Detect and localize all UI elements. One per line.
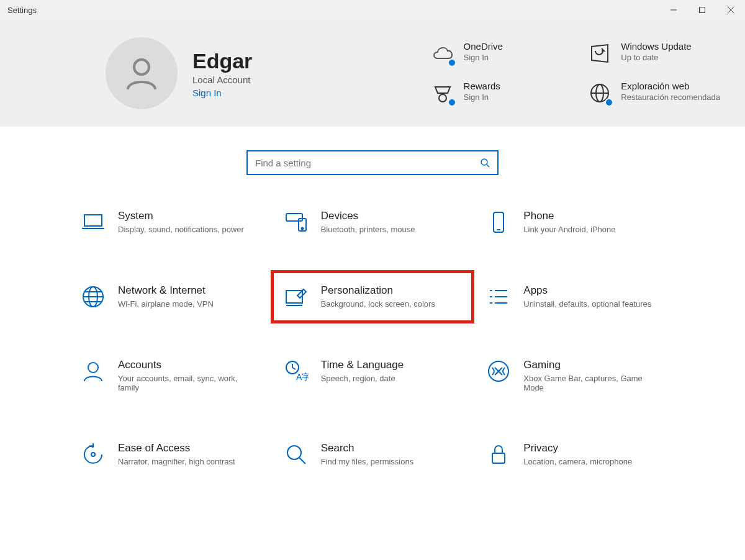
window-controls	[659, 0, 745, 20]
cat-title: System	[118, 210, 244, 222]
cat-desc: Narrator, magnifier, high contrast	[118, 457, 235, 466]
status-grid: OneDrive Sign In Windows Update Up to da…	[430, 41, 720, 106]
user-block: Edgar Local Account Sign In	[192, 49, 329, 98]
phone-icon	[486, 210, 511, 235]
account-header: Edgar Local Account Sign In OneDrive Sig…	[0, 20, 745, 127]
status-sub: Up to date	[621, 53, 691, 62]
cat-desc: Xbox Game Bar, captures, Game Mode	[523, 374, 654, 392]
cat-title: Network & Internet	[118, 284, 214, 297]
svg-point-31	[88, 363, 98, 373]
category-ease-of-access[interactable]: Ease of Access Narrator, magnifier, high…	[74, 435, 265, 474]
category-system[interactable]: System Display, sound, notifications, po…	[74, 202, 265, 242]
search-box[interactable]	[246, 150, 499, 175]
cat-desc: Wi-Fi, airplane mode, VPN	[118, 299, 214, 309]
cat-title: Gaming	[523, 359, 654, 371]
category-phone[interactable]: Phone Link your Android, iPhone	[480, 202, 670, 242]
cat-title: Apps	[523, 284, 651, 297]
svg-point-37	[91, 453, 95, 456]
category-personalization[interactable]: Personalization Background, lock screen,…	[278, 277, 468, 317]
status-title: OneDrive	[464, 41, 503, 52]
accounts-icon	[81, 359, 106, 384]
avatar[interactable]	[106, 37, 178, 109]
svg-point-9	[481, 159, 487, 165]
window-title: Settings	[7, 6, 37, 15]
cat-title: Phone	[523, 210, 615, 222]
cat-desc: Uninstall, defaults, optional features	[523, 299, 651, 309]
status-rewards[interactable]: Rewards Sign In	[430, 81, 563, 106]
search-area	[0, 127, 745, 196]
globe-icon	[81, 284, 106, 309]
svg-rect-11	[84, 215, 102, 226]
devices-icon	[284, 210, 309, 235]
laptop-icon	[81, 210, 106, 235]
svg-rect-13	[286, 214, 302, 221]
close-icon	[727, 6, 734, 14]
category-search[interactable]: Search Find my files, permissions	[278, 435, 468, 474]
status-title: Rewards	[464, 81, 500, 91]
cat-title: Ease of Access	[118, 442, 235, 454]
user-subtitle: Local Account	[192, 75, 329, 85]
cat-title: Search	[321, 442, 414, 454]
status-title: Windows Update	[621, 41, 691, 52]
apps-icon	[486, 284, 511, 309]
category-privacy[interactable]: Privacy Location, camera, microphone	[480, 435, 670, 474]
svg-line-34	[292, 368, 296, 369]
minimize-icon	[670, 6, 677, 14]
categories-grid: System Display, sound, notifications, po…	[0, 196, 745, 493]
svg-line-10	[487, 165, 489, 167]
rewards-icon	[430, 81, 455, 106]
cat-title: Personalization	[321, 284, 435, 297]
category-time-language[interactable]: A字 Time & Language Speech, region, date	[278, 351, 468, 400]
cat-title: Accounts	[118, 359, 248, 371]
update-icon	[587, 41, 612, 66]
search-icon	[480, 158, 490, 168]
search-input[interactable]	[255, 158, 480, 168]
cloud-icon	[430, 41, 455, 66]
cat-desc: Link your Android, iPhone	[523, 225, 615, 234]
cat-desc: Your accounts, email, sync, work, family	[118, 374, 248, 392]
category-network[interactable]: Network & Internet Wi-Fi, airplane mode,…	[74, 277, 265, 317]
cat-desc: Find my files, permissions	[321, 457, 414, 466]
status-title: Exploración web	[621, 81, 720, 91]
status-windows-update[interactable]: Windows Update Up to date	[587, 41, 720, 66]
status-web-browsing[interactable]: Exploración web Restauración recomendada	[587, 81, 720, 106]
globe-icon	[587, 81, 612, 106]
sign-in-link[interactable]: Sign In	[192, 88, 329, 98]
lock-icon	[486, 442, 511, 467]
svg-point-38	[287, 446, 301, 459]
minimize-button[interactable]	[659, 0, 688, 20]
cat-desc: Display, sound, notifications, power	[118, 225, 244, 234]
svg-point-5	[439, 94, 446, 102]
category-apps[interactable]: Apps Uninstall, defaults, optional featu…	[480, 277, 670, 317]
svg-text:A字: A字	[296, 372, 309, 382]
time-language-icon: A字	[284, 359, 309, 384]
svg-rect-1	[700, 7, 705, 13]
maximize-button[interactable]	[688, 0, 716, 20]
svg-point-4	[134, 60, 149, 75]
cat-title: Privacy	[523, 442, 632, 454]
status-sub: Sign In	[464, 93, 500, 102]
cat-title: Time & Language	[321, 359, 404, 371]
svg-line-39	[299, 458, 305, 464]
personalization-icon	[284, 284, 309, 309]
close-button[interactable]	[716, 0, 745, 20]
cat-desc: Bluetooth, printers, mouse	[321, 225, 415, 234]
svg-point-15	[301, 228, 303, 230]
search-category-icon	[284, 442, 309, 467]
category-accounts[interactable]: Accounts Your accounts, email, sync, wor…	[74, 351, 265, 400]
status-sub: Sign In	[464, 53, 503, 62]
category-gaming[interactable]: Gaming Xbox Game Bar, captures, Game Mod…	[480, 351, 670, 400]
cat-desc: Background, lock screen, colors	[321, 299, 435, 309]
status-onedrive[interactable]: OneDrive Sign In	[430, 41, 563, 66]
cat-desc: Speech, region, date	[321, 374, 404, 383]
cat-title: Devices	[321, 210, 415, 222]
person-icon	[122, 53, 161, 93]
maximize-icon	[698, 6, 706, 14]
category-devices[interactable]: Devices Bluetooth, printers, mouse	[278, 202, 468, 242]
cat-desc: Location, camera, microphone	[523, 457, 632, 466]
ease-of-access-icon	[81, 442, 106, 467]
status-sub: Restauración recomendada	[621, 93, 720, 102]
title-bar: Settings	[0, 0, 745, 20]
gaming-icon	[486, 359, 511, 384]
svg-rect-40	[492, 453, 505, 463]
